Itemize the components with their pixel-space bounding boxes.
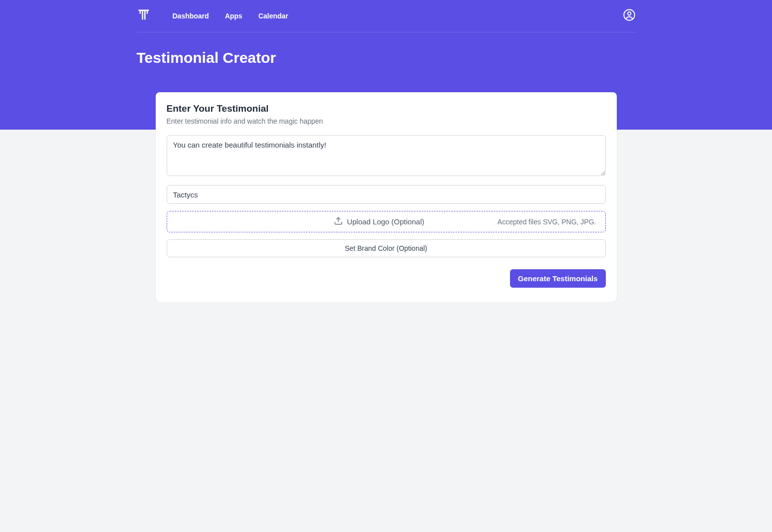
upload-icon xyxy=(334,216,343,227)
nav-link-dashboard[interactable]: Dashboard xyxy=(173,12,209,20)
nav-link-apps[interactable]: Apps xyxy=(225,12,243,20)
brand-color-button[interactable]: Set Brand Color (Optional) xyxy=(167,239,606,257)
company-input[interactable] xyxy=(167,185,606,204)
upload-label: Upload Logo (Optional) xyxy=(347,217,424,226)
svg-point-1 xyxy=(627,12,631,15)
card-actions: Generate Testimonials xyxy=(167,269,606,288)
upload-hint: Accepted files SVG, PNG, JPG. xyxy=(498,218,596,226)
logo-icon[interactable] xyxy=(137,8,151,24)
generate-button[interactable]: Generate Testimonials xyxy=(510,269,606,288)
page-title: Testimonial Creator xyxy=(137,49,636,66)
nav-links: Dashboard Apps Calendar xyxy=(173,12,288,20)
nav-left: Dashboard Apps Calendar xyxy=(137,8,288,24)
card-title: Enter Your Testimonial xyxy=(167,103,606,114)
testimonial-card: Enter Your Testimonial Enter testimonial… xyxy=(156,92,617,302)
upload-logo-zone[interactable]: Upload Logo (Optional) Accepted files SV… xyxy=(167,211,606,232)
testimonial-textarea[interactable] xyxy=(167,135,606,176)
user-avatar-icon[interactable] xyxy=(623,8,636,23)
card-subtitle: Enter testimonial info and watch the mag… xyxy=(167,117,606,125)
nav-link-calendar[interactable]: Calendar xyxy=(258,12,288,20)
upload-center: Upload Logo (Optional) xyxy=(334,216,424,227)
navbar: Dashboard Apps Calendar xyxy=(137,0,636,32)
